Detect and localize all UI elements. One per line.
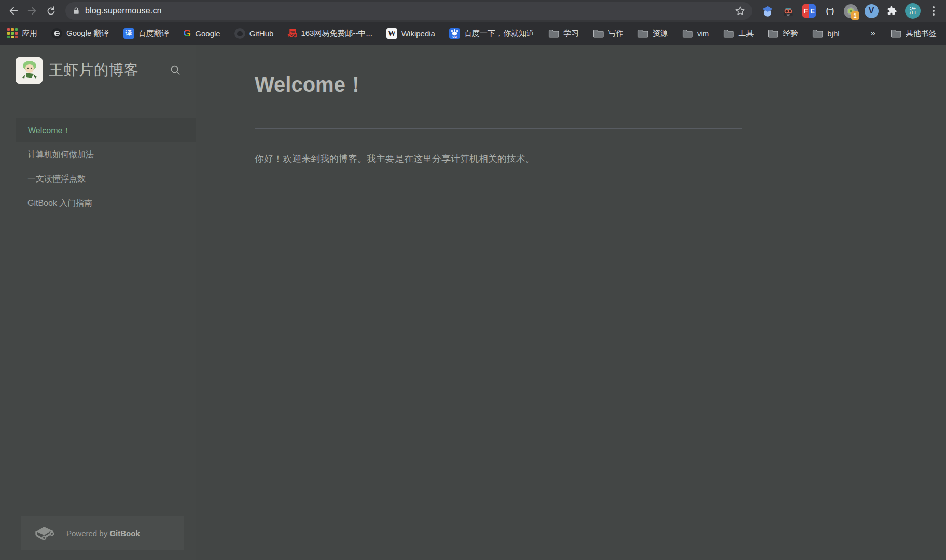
baidu-paw-icon: du (449, 28, 460, 39)
url-text[interactable]: blog.supermouse.cn (85, 6, 734, 16)
browser-toolbar: blog.supermouse.cn F E (≡) 1 V (0, 0, 946, 22)
bookmark-baidu-translate[interactable]: 译 百度翻译 (123, 28, 170, 39)
bookmark-folder-vim[interactable]: vim (682, 29, 709, 38)
folder-icon (682, 29, 693, 38)
forward-arrow-icon (26, 5, 38, 17)
heading-divider (255, 128, 742, 129)
folder-icon (723, 29, 734, 38)
bookmark-folder-bjhl[interactable]: bjhl (812, 29, 839, 38)
site-avatar (16, 57, 43, 84)
main-content: Welcome！ 你好！欢迎来到我的博客。我主要是在这里分享计算机相关的技术。 (197, 45, 946, 560)
bookmark-folder-experience[interactable]: 经验 (768, 29, 798, 38)
sidebar-header-divider (13, 95, 196, 95)
lock-icon (73, 7, 80, 15)
bookmark-folder-writing[interactable]: 写作 (593, 29, 623, 38)
page-title: Welcome！ (255, 71, 366, 99)
bookmarks-right-group: » 其他书签 (866, 27, 939, 39)
google-g-icon: G (184, 27, 191, 39)
nav-item-gitbook-guide[interactable]: GitBook 入门指南 (16, 191, 196, 215)
other-bookmarks-folder[interactable]: 其他书签 (891, 29, 937, 38)
bookmark-google-translate[interactable]: Google 翻译 (51, 28, 109, 39)
folder-icon (812, 29, 823, 38)
folder-icon (548, 29, 559, 38)
browser-menu-kebab-icon[interactable] (923, 0, 944, 22)
nav-item-computer-addition[interactable]: 计算机如何做加法 (16, 142, 196, 166)
apps-shortcut[interactable]: 应用 (7, 28, 37, 38)
baidu-translate-icon: 译 (123, 28, 134, 39)
intro-paragraph: 你好！欢迎来到我的博客。我主要是在这里分享计算机相关的技术。 (255, 152, 742, 165)
bookmarks-overflow-chevron[interactable]: » (866, 28, 881, 38)
vader-extension-icon[interactable] (778, 0, 799, 22)
netease-icon: 易 (287, 27, 297, 39)
extensions-area: F E (≡) 1 V 浩 (757, 0, 944, 22)
bookmark-github[interactable]: GitHub (234, 28, 274, 39)
wikipedia-icon: W (386, 28, 397, 39)
bookmark-baidu-search[interactable]: du 百度一下，你就知道 (449, 28, 534, 39)
extension-badge: 1 (851, 11, 859, 20)
scholar-extension-icon[interactable] (757, 0, 778, 22)
vimium-extension-icon[interactable]: V (861, 0, 882, 22)
github-octocat-icon (234, 28, 245, 39)
bookmark-folder-tools[interactable]: 工具 (723, 29, 754, 38)
sidebar-nav: Welcome！ 计算机如何做加法 一文读懂浮点数 GitBook 入门指南 (0, 118, 196, 215)
fe-extension-icon[interactable]: F E (799, 0, 819, 22)
fe-letter-e: E (809, 4, 816, 18)
nav-item-floating-point[interactable]: 一文读懂浮点数 (16, 166, 196, 191)
folder-icon (891, 29, 901, 38)
site-title: 王虾片的博客 (49, 60, 139, 80)
bookmark-folder-study[interactable]: 学习 (548, 29, 579, 38)
back-button[interactable] (4, 2, 23, 20)
bookmark-google[interactable]: G Google (184, 27, 220, 39)
bookmark-163-mail[interactable]: 易 163网易免费邮--中... (287, 27, 372, 39)
reload-icon (46, 6, 57, 17)
bookmark-folder-resources[interactable]: 资源 (637, 29, 668, 38)
profile-avatar[interactable]: 浩 (902, 0, 923, 22)
address-bar[interactable]: blog.supermouse.cn (65, 2, 752, 20)
fe-letter-f: F (802, 4, 809, 18)
search-button[interactable] (168, 63, 183, 78)
folder-icon (768, 29, 778, 38)
apps-grid-icon (7, 28, 18, 38)
bookmark-wikipedia[interactable]: W Wikipedia (386, 28, 435, 39)
puzzle-extensions-icon[interactable] (882, 0, 902, 22)
google-translate-icon (51, 28, 62, 39)
powered-by-text: Powered by GitBook (66, 529, 140, 538)
bookmarks-divider (884, 27, 884, 39)
powered-by-gitbook[interactable]: Powered by GitBook (21, 516, 184, 550)
folder-icon (593, 29, 604, 38)
reload-button[interactable] (41, 2, 60, 20)
folder-icon (637, 29, 648, 38)
page-content: 王虾片的博客 Welcome！ 计算机如何做加法 一文读懂浮点数 GitBook… (0, 45, 946, 560)
bookmarks-bar: 应用 Google 翻译 译 百度翻译 G Google GitHub 易 16… (0, 22, 946, 45)
paren-extension-icon[interactable]: (≡) (819, 0, 840, 22)
forward-button[interactable] (23, 2, 41, 20)
record-extension-icon[interactable]: 1 (840, 0, 861, 22)
bookmark-star-icon[interactable] (734, 5, 746, 17)
gitbook-logo-icon (32, 523, 56, 543)
nav-item-welcome[interactable]: Welcome！ (16, 118, 196, 142)
search-icon (170, 64, 181, 76)
back-arrow-icon (8, 5, 19, 17)
sidebar: 王虾片的博客 Welcome！ 计算机如何做加法 一文读懂浮点数 GitBook… (0, 45, 196, 560)
